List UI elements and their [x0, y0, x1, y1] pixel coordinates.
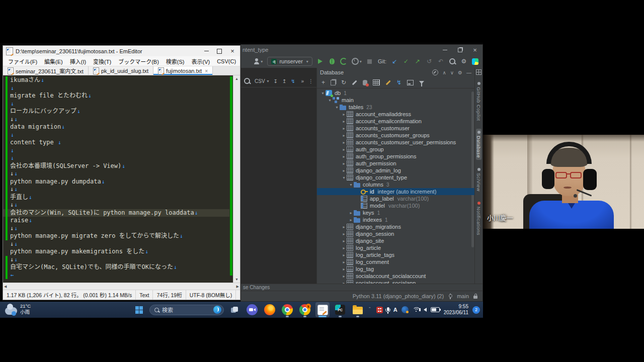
chevron-collapsed-icon[interactable]: ▸: [348, 218, 354, 222]
menu-item-6[interactable]: 検索(S): [163, 57, 188, 66]
clock-widget[interactable]: 9:55 2023/06/11: [444, 304, 468, 316]
settings-gear-icon[interactable]: ⚙: [460, 57, 467, 65]
quick-action-icon[interactable]: ↯: [291, 78, 295, 84]
minimize-button[interactable]: [437, 46, 452, 54]
microphone-tray-icon[interactable]: [387, 307, 389, 311]
git-push-icon[interactable]: ↗: [414, 57, 421, 65]
chevron-collapsed-icon[interactable]: ▸: [341, 126, 347, 131]
editor-text-area[interactable]: ikumaさん↓↓migrate file とたわむれ↓↓ローカルにバックアップ…: [3, 75, 229, 283]
chevron-collapsed-icon[interactable]: ▸: [341, 267, 347, 272]
chevron-collapsed-icon[interactable]: ▸: [341, 253, 347, 257]
data-source-web-icon[interactable]: [432, 69, 438, 75]
toolwindow-tab-github-copilot[interactable]: GitHub Copilot: [476, 80, 481, 123]
run-configuration-select[interactable]: dj runserver ▾: [267, 57, 312, 66]
db-tree-item-auth_group[interactable]: ▸auth_group: [317, 146, 474, 153]
bottom-toolwindow-tab[interactable]: se Changes: [241, 284, 482, 291]
pycharm-titlebar[interactable]: ntent_type ×: [241, 45, 482, 55]
close-button[interactable]: ×: [226, 47, 239, 55]
upload-icon[interactable]: ↥: [282, 78, 286, 84]
search-icon[interactable]: [244, 78, 250, 84]
db-tree-item-auth_permission[interactable]: ▸auth_permission: [317, 160, 474, 167]
menu-item-4[interactable]: 変換(T): [90, 57, 115, 66]
user-account-icon[interactable]: ▾: [254, 57, 263, 65]
db-tree-item-log_comment[interactable]: ▸log_comment: [317, 258, 474, 265]
zoom-app-button[interactable]: [245, 302, 259, 317]
chrome-app-button[interactable]: [280, 302, 294, 317]
chevron-collapsed-icon[interactable]: ▸: [341, 232, 347, 236]
run-button[interactable]: [317, 57, 324, 65]
menu-item-2[interactable]: 編集(E): [41, 57, 66, 66]
db-tree-item-socialaccount_socialapp[interactable]: ▸socialaccount_socialapp: [317, 280, 474, 284]
db-tree-item-django_content_type[interactable]: ▾django_content_type: [317, 174, 474, 181]
download-icon[interactable]: ↧: [274, 78, 278, 84]
taskbar-search-box[interactable]: 検索: [149, 305, 224, 315]
db-tree-item-app_label[interactable]: app_labelvarchar(100): [317, 195, 474, 202]
emeditor-titlebar[interactable]: D:\temp\seminar_230611\fujimotosan.txt -…: [3, 46, 240, 56]
chevron-collapsed-icon[interactable]: ▸: [341, 274, 347, 279]
document-tab-1[interactable]: seminar_230611_案内文.txt: [3, 66, 89, 75]
chevron-collapsed-icon[interactable]: ▸: [341, 246, 347, 250]
chevron-collapsed-icon[interactable]: ▸: [348, 211, 354, 215]
expand-all-icon[interactable]: ∨: [450, 70, 454, 75]
git-branch-name[interactable]: main: [457, 293, 469, 299]
git-commit-icon[interactable]: ✓: [403, 57, 410, 65]
chevron-collapsed-icon[interactable]: ▸: [341, 147, 347, 152]
db-tree-item-account_emailaddress[interactable]: ▸account_emailaddress: [317, 111, 474, 118]
db-tree-item-accounts_customuser_groups[interactable]: ▸accounts_customuser_groups: [317, 132, 474, 139]
chevron-expanded-icon[interactable]: ▾: [348, 183, 354, 187]
toolwindow-tab-database[interactable]: Database: [476, 129, 481, 160]
chevron-expanded-icon[interactable]: ▾: [341, 175, 347, 180]
db-tree-item-columns[interactable]: ▾columns3: [317, 181, 474, 188]
maximize-button[interactable]: [213, 47, 226, 55]
minimize-button[interactable]: [200, 47, 213, 55]
weather-widget[interactable]: 21°C 小雨: [5, 303, 31, 315]
submit-changes-icon[interactable]: [352, 80, 357, 85]
db-tree-item-indexes[interactable]: ▸indexes1: [317, 216, 474, 223]
db-tree-item-keys[interactable]: ▸keys1: [317, 209, 474, 216]
open-console-icon[interactable]: [407, 80, 414, 85]
db-tree-item-db[interactable]: ▾db1: [317, 89, 474, 97]
chevron-expanded-icon[interactable]: ▾: [320, 91, 326, 96]
db-tree-item-django_site[interactable]: ▸django_site: [317, 237, 474, 244]
db-tree-item-log_tag[interactable]: ▸log_tag: [317, 265, 474, 273]
more-actions-icon[interactable]: »: [301, 78, 304, 84]
wifi-icon[interactable]: [413, 307, 420, 312]
document-tab-2[interactable]: pk_id_uuid_slug.txt: [89, 66, 153, 75]
kebab-menu-icon[interactable]: ⋮: [308, 78, 313, 84]
menu-item-1[interactable]: ファイル(F): [5, 57, 41, 66]
filter-icon[interactable]: [419, 81, 424, 84]
emeditor-app-button[interactable]: [315, 302, 330, 317]
cloud-sync-tray-icon[interactable]: [401, 306, 409, 313]
csv-format-select[interactable]: CSV▾: [255, 78, 269, 84]
chevron-collapsed-icon[interactable]: ▸: [341, 260, 347, 264]
db-tree-item-accounts_customuser_user_permissions[interactable]: ▸accounts_customuser_user_permissions: [317, 139, 474, 146]
collapse-all-icon[interactable]: ∧: [442, 70, 446, 75]
profiler-button[interactable]: [340, 57, 347, 65]
db-tree-item-main[interactable]: ▾main: [317, 97, 474, 104]
db-tree-item-id[interactable]: idinteger (auto increment): [317, 188, 474, 195]
chevron-collapsed-icon[interactable]: ▸: [341, 168, 347, 173]
chevron-collapsed-icon[interactable]: ▸: [341, 112, 347, 117]
db-tree-item-auth_group_permissions[interactable]: ▸auth_group_permissions: [317, 153, 474, 160]
history-icon[interactable]: ↺: [426, 57, 433, 65]
chevron-collapsed-icon[interactable]: ▸: [341, 239, 347, 243]
document-tab-3[interactable]: fujimotosan.txt×: [153, 66, 213, 75]
db-tree-item-socialaccount_socialaccount[interactable]: ▸socialaccount_socialaccount: [317, 273, 474, 280]
edit-icon[interactable]: [386, 80, 391, 85]
file-explorer-app-button[interactable]: [351, 302, 365, 317]
lock-icon[interactable]: [473, 296, 477, 299]
hidden-icons-chevron[interactable]: ＾: [367, 306, 372, 314]
db-tree-item-django_admin_log[interactable]: ▸django_admin_log: [317, 167, 474, 174]
chevron-collapsed-icon[interactable]: ▸: [341, 119, 347, 124]
refresh-icon[interactable]: ↻: [341, 79, 346, 86]
new-datasource-icon[interactable]: +: [321, 79, 325, 86]
search-everywhere-icon[interactable]: [449, 57, 456, 65]
db-tree-item-model[interactable]: modelvarchar(100): [317, 202, 474, 209]
menu-item-7[interactable]: 表示(V): [188, 57, 214, 66]
db-tree-item-log_article_tags[interactable]: ▸log_article_tags: [317, 251, 474, 258]
scroll-down-icon[interactable]: ▼: [235, 276, 238, 283]
ime-mode-indicator[interactable]: A: [393, 307, 397, 313]
task-view-button[interactable]: [227, 302, 242, 317]
hide-panel-icon[interactable]: —: [466, 70, 471, 75]
chevron-collapsed-icon[interactable]: ▸: [341, 140, 347, 145]
